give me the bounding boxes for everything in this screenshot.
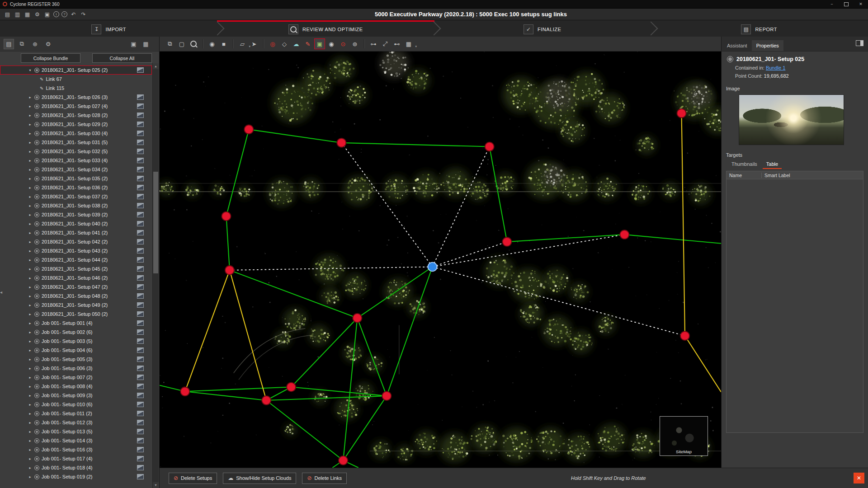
setup-image-icon[interactable] xyxy=(137,411,144,416)
setup-image-icon[interactable] xyxy=(137,239,144,244)
new-project-icon[interactable]: ▤ xyxy=(4,10,11,19)
tree-item-setup[interactable]: ▸Job 001- Setup 016 (3) xyxy=(0,445,152,454)
tree-item-setup[interactable]: ▸Job 001- Setup 003 (5) xyxy=(0,337,152,346)
tree-item-setup[interactable]: ▸Job 001- Setup 010 (6) xyxy=(0,400,152,409)
fill-view-icon[interactable]: ■ xyxy=(218,38,229,49)
expand-arrow-icon[interactable]: ▸ xyxy=(28,177,32,181)
tree-item-setup[interactable]: ▸20180621_J01- Setup 039 (2) xyxy=(0,210,152,219)
expand-arrow-icon[interactable]: ▸ xyxy=(28,303,32,307)
setup-image-icon[interactable] xyxy=(137,140,144,145)
thumbnail-view-icon[interactable]: ▦ xyxy=(141,39,151,49)
tree-item-setup[interactable]: ▸20180621_J01- Setup 034 (2) xyxy=(0,165,152,174)
save-icon[interactable]: ▦ xyxy=(24,10,31,19)
setup-image-icon[interactable] xyxy=(137,185,144,190)
expand-arrow-icon[interactable]: ▸ xyxy=(28,330,32,334)
registration-map[interactable] xyxy=(160,52,721,468)
tag-tool-icon[interactable]: ◇ xyxy=(279,38,290,49)
expand-arrow-icon[interactable]: ▸ xyxy=(28,168,32,172)
visual-alignment-icon[interactable]: ⤢ xyxy=(380,38,391,49)
expand-arrow-icon[interactable]: ▸ xyxy=(28,339,32,343)
expand-arrow-icon[interactable]: ▸ xyxy=(28,412,32,416)
setup-image-icon[interactable] xyxy=(137,103,144,109)
link-edge-dashed[interactable] xyxy=(433,147,490,267)
expand-arrow-icon[interactable]: ▸ xyxy=(28,249,32,253)
tree-item-setup[interactable]: ▸Job 001- Setup 013 (5) xyxy=(0,427,152,436)
bundle-link[interactable]: Bundle 1 xyxy=(766,65,785,70)
measure-tool-icon[interactable]: ▱▾ xyxy=(237,38,248,49)
expand-arrow-icon[interactable]: ▸ xyxy=(28,195,32,199)
tree-item-setup[interactable]: ▸Job 001- Setup 005 (3) xyxy=(0,355,152,364)
setup-node[interactable] xyxy=(677,109,686,118)
expand-arrow-icon[interactable]: ▸ xyxy=(28,186,32,190)
panel-layout-icon[interactable] xyxy=(856,40,863,46)
setup-node[interactable] xyxy=(382,391,391,400)
tree-item-setup[interactable]: ▸20180621_J01- Setup 049 (2) xyxy=(0,300,152,310)
setup-image-icon[interactable] xyxy=(137,402,144,407)
auto-cloud-link-icon[interactable]: ⊶ xyxy=(368,38,379,49)
collapse-all-button[interactable]: Collapse All xyxy=(92,53,152,63)
expand-arrow-icon[interactable]: ▸ xyxy=(28,403,32,407)
tree-item-setup[interactable]: ▸20180621_J01- Setup 032 (5) xyxy=(0,147,152,156)
setup-image-icon[interactable] xyxy=(137,149,144,154)
setup-node[interactable] xyxy=(485,142,494,151)
setup-node[interactable] xyxy=(502,237,511,246)
setup-node[interactable] xyxy=(180,387,189,396)
link-edge-yellow[interactable] xyxy=(230,270,266,400)
expand-arrow-icon[interactable]: ▸ xyxy=(28,240,32,244)
expand-arrow-icon[interactable]: ▸ xyxy=(28,122,32,127)
expand-arrow-icon[interactable]: ▸ xyxy=(28,141,32,145)
undo-icon[interactable]: ↶ xyxy=(70,10,77,19)
setup-image-icon[interactable] xyxy=(137,329,144,335)
expand-arrow-icon[interactable]: ▸ xyxy=(28,421,32,425)
expand-arrow-icon[interactable]: ▸ xyxy=(28,213,32,217)
cloud-tool-icon[interactable]: ☁ xyxy=(291,38,302,49)
link-edge-green[interactable] xyxy=(507,235,624,242)
setup-image-icon[interactable] xyxy=(137,347,144,353)
setup-image-icon[interactable] xyxy=(137,131,144,136)
scroll-down-button[interactable]: ▼ xyxy=(153,482,159,488)
maximize-button[interactable] xyxy=(839,0,854,8)
tree-item-setup[interactable]: ▸20180621_J01- Setup 043 (2) xyxy=(0,246,152,255)
tree-item-setup[interactable]: ▸20180621_J01- Setup 037 (2) xyxy=(0,192,152,201)
link-edge-green[interactable] xyxy=(341,143,489,147)
setup-node[interactable] xyxy=(244,125,253,134)
expand-arrow-icon[interactable]: ▸ xyxy=(28,394,32,398)
link-edge-green[interactable] xyxy=(266,400,343,460)
tab-properties[interactable]: Properties xyxy=(752,40,783,51)
tree-item-setup[interactable]: ▸Job 001- Setup 006 (3) xyxy=(0,364,152,373)
setup-node-selected[interactable] xyxy=(428,263,437,272)
setup-image-icon[interactable] xyxy=(137,366,144,371)
tree-item-setup[interactable]: ▸Job 001- Setup 007 (2) xyxy=(0,373,152,382)
setup-image-icon[interactable] xyxy=(137,167,144,172)
setup-image-icon[interactable] xyxy=(137,257,144,263)
zoom-tool-icon[interactable] xyxy=(188,38,199,49)
expand-arrow-icon[interactable]: ▸ xyxy=(28,475,32,479)
tab-table[interactable]: Table xyxy=(763,160,782,169)
setup-node[interactable] xyxy=(680,331,689,340)
tree-item-setup[interactable]: ▸Job 001- Setup 019 (2) xyxy=(0,472,152,481)
setup-image-icon[interactable] xyxy=(137,456,144,461)
expand-arrow-icon[interactable]: ▸ xyxy=(28,267,32,271)
setup-image-icon[interactable] xyxy=(137,194,144,199)
modules-icon[interactable]: ▣ xyxy=(43,10,51,19)
create-link-icon[interactable]: ⊷ xyxy=(392,38,402,49)
tree-item-setup[interactable]: ▸Job 001- Setup 014 (3) xyxy=(0,436,152,445)
setup-image-icon[interactable] xyxy=(137,384,144,389)
setup-image-icon[interactable] xyxy=(137,113,144,118)
tree-item-setup[interactable]: ▸20180621_J01- Setup 041 (2) xyxy=(0,228,152,237)
sidebar-collapse-handle[interactable]: ◂ xyxy=(0,290,2,295)
setup-node[interactable] xyxy=(262,396,271,405)
setup-image-icon[interactable] xyxy=(137,67,144,73)
link-edge-green[interactable] xyxy=(185,387,291,391)
expand-arrow-icon[interactable]: ▸ xyxy=(28,113,32,117)
expand-arrow-icon[interactable]: ▸ xyxy=(28,104,32,108)
info-icon[interactable]: i xyxy=(53,11,59,17)
tree-item-setup[interactable]: ▸Job 001- Setup 004 (6) xyxy=(0,346,152,355)
tree-item-link[interactable]: ✎Link 115 xyxy=(0,84,152,93)
link-edge-yellow[interactable] xyxy=(185,270,230,391)
scrollbar-thumb[interactable] xyxy=(153,172,158,273)
target-tool-icon[interactable]: ◎ xyxy=(267,38,278,49)
setup-image-icon[interactable] xyxy=(137,94,144,100)
setup-image-icon[interactable] xyxy=(137,266,144,272)
delete-setups-button[interactable]: ⊘Delete Setups xyxy=(169,473,217,484)
